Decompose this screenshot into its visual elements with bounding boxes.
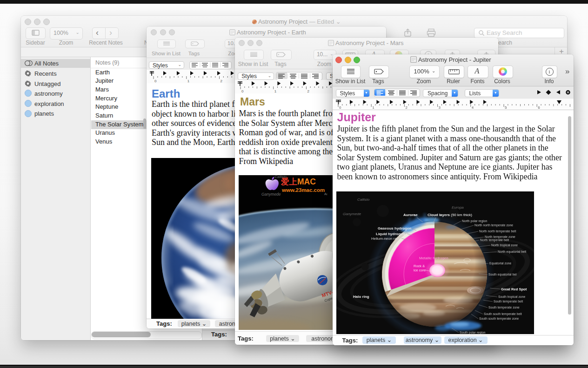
svg-text:0: 0 [154,79,157,83]
svg-text:South polar region: South polar region [460,331,486,334]
svg-text:Ganymede: Ganymede [261,192,281,197]
svg-text:1: 1 [274,89,277,93]
svg-text:South temperate zone: South temperate zone [488,306,520,309]
svg-text:South south temperate belt: South south temperate belt [484,312,522,316]
svg-text:Halo ring: Halo ring [353,295,369,299]
svg-text:North north temperate belt: North north temperate belt [479,230,516,233]
svg-text:ice core: ice core [414,268,426,272]
svg-text:Europa: Europa [452,205,464,210]
svg-text:Helium-neon rain: Helium-neon rain [371,237,400,241]
svg-text:2: 2 [405,105,408,110]
svg-text:爱上MAC: 爱上MAC [281,177,316,186]
svg-text:South tropical zone: South tropical zone [498,295,525,299]
svg-text:0: 0 [241,89,244,93]
svg-text:4: 4 [472,105,474,110]
svg-text:1: 1 [372,105,374,110]
svg-text:Great Red Spot: Great Red Spot [501,287,527,291]
svg-text:1: 1 [187,79,190,83]
svg-text:2: 2 [307,89,309,93]
svg-text:Aι: Aι [324,192,327,196]
svg-text:Rock &: Rock & [414,264,425,268]
svg-text:Aurorae: Aurorae [403,213,418,217]
svg-text:2: 2 [220,79,223,83]
svg-text:North north temperate zone: North north temperate zone [474,223,513,227]
svg-text:North equatorial belt: North equatorial belt [498,250,526,254]
svg-text:North temperate belt: North temperate belt [480,238,509,242]
svg-text:North polar region: North polar region [462,219,488,223]
svg-text:Equatorial zone: Equatorial zone [489,262,511,265]
svg-text:Cloud layers (50 km thick): Cloud layers (50 km thick) [428,213,472,217]
svg-text:South south temperate zone: South south temperate zone [479,317,519,321]
svg-text:South equatorial bel: South equatorial bel [488,273,517,276]
svg-text:Gaseous hydrogen: Gaseous hydrogen [378,226,412,230]
svg-text:North tropical zone: North tropical zone [491,243,518,247]
svg-text:6: 6 [538,105,540,110]
svg-text:www.23mac.com: www.23mac.com [281,187,325,193]
svg-text:Liquid hydrogen: Liquid hydrogen [376,232,405,236]
svg-text:3: 3 [439,105,441,110]
svg-text:Metallic hydrogen: Metallic hydrogen [419,256,448,260]
svg-text:5: 5 [505,105,507,110]
svg-text:Callisto: Callisto [357,197,370,202]
svg-text:Ganymede: Ganymede [343,212,361,216]
svg-text:South temperate belt: South temperate belt [494,300,523,303]
svg-text:0: 0 [339,105,341,110]
